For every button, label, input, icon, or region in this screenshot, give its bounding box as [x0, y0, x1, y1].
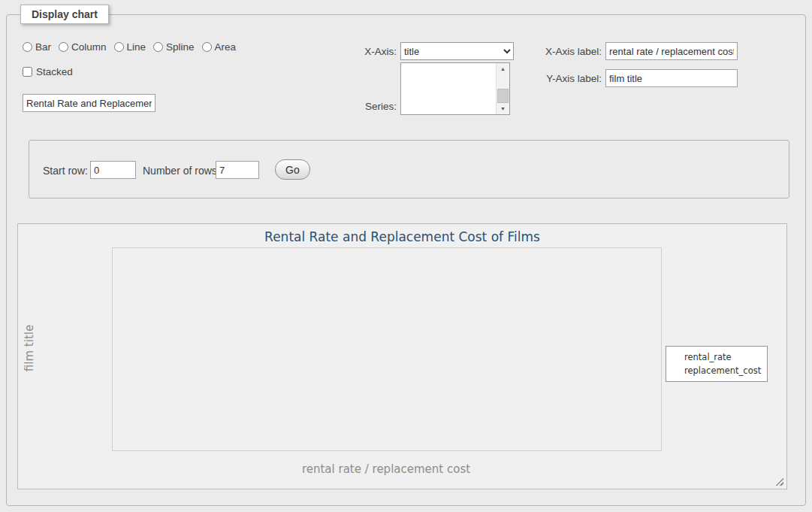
stacked-option[interactable]: Stacked: [23, 66, 73, 77]
chart-type-label: Bar: [35, 41, 51, 53]
chart-type-radio-area[interactable]: [202, 42, 212, 52]
series-listbox-options: [401, 63, 497, 114]
go-button[interactable]: Go: [275, 159, 310, 180]
x-axis-title: rental rate / replacement cost: [112, 462, 660, 476]
chart-container: Rental Rate and Replacement Cost of Film…: [17, 223, 787, 489]
stacked-label: Stacked: [36, 66, 73, 77]
x-axis-label-field-label: X-Axis label:: [519, 46, 602, 57]
legend-swatch: [671, 366, 680, 375]
num-rows-input[interactable]: [216, 161, 259, 179]
y-axis-title: film title: [23, 325, 36, 371]
chart-title: Rental Rate and Replacement Cost of Film…: [18, 229, 786, 244]
resize-grip-icon[interactable]: [775, 477, 783, 486]
chart-type-label: Line: [127, 41, 146, 53]
start-row-input[interactable]: [90, 161, 136, 179]
legend-swatch: [671, 353, 680, 362]
chart-legend: rental_rate replacement_cost: [666, 346, 768, 382]
display-chart-page: Display chart Bar Column Line Spline Are…: [0, 0, 812, 512]
chart-type-radio-column[interactable]: [59, 42, 68, 52]
chart-type-label: Column: [71, 41, 107, 53]
legend-item-replacement-cost[interactable]: replacement_cost: [671, 364, 761, 377]
chart-type-radio-line[interactable]: [114, 42, 124, 52]
chart-type-radio-bar[interactable]: [23, 42, 32, 52]
legend-label: rental_rate: [684, 352, 732, 362]
series-listbox-scrollbar[interactable]: ▲ ▼: [496, 63, 509, 114]
chart-type-radio-spline[interactable]: [153, 42, 163, 52]
y-axis-label-field-label: Y-Axis label:: [519, 73, 602, 84]
chart-title-input[interactable]: [23, 94, 155, 112]
y-axis-label-input[interactable]: [605, 69, 738, 87]
chart-type-label: Area: [215, 41, 237, 53]
series-listbox[interactable]: ▲ ▼: [400, 62, 510, 115]
scroll-up-icon[interactable]: ▲: [497, 63, 509, 74]
chart-type-option-area[interactable]: Area: [202, 41, 237, 53]
fieldset-legend: Display chart: [20, 5, 109, 24]
start-row-label: Start row:: [43, 165, 88, 177]
chart-type-option-spline[interactable]: Spline: [153, 41, 195, 53]
chart-type-option-column[interactable]: Column: [59, 41, 107, 53]
x-axis-select-label: X-Axis:: [323, 46, 397, 57]
plot-area: [112, 247, 662, 451]
chart-type-radio-group: Bar Column Line Spline Area: [23, 41, 236, 53]
stacked-checkbox[interactable]: [23, 67, 32, 77]
legend-label: replacement_cost: [684, 365, 761, 376]
x-axis-select[interactable]: title: [400, 42, 514, 60]
legend-item-rental-rate[interactable]: rental_rate: [671, 350, 761, 364]
scrollbar-thumb[interactable]: [497, 89, 509, 103]
scroll-down-icon[interactable]: ▼: [497, 103, 509, 114]
x-axis-label-input[interactable]: [605, 42, 738, 60]
chart-type-option-line[interactable]: Line: [114, 41, 146, 53]
chart-type-option-bar[interactable]: Bar: [23, 41, 51, 53]
chart-type-label: Spline: [166, 41, 195, 53]
num-rows-label: Number of rows:: [143, 165, 220, 177]
series-listbox-label: Series:: [323, 101, 397, 112]
